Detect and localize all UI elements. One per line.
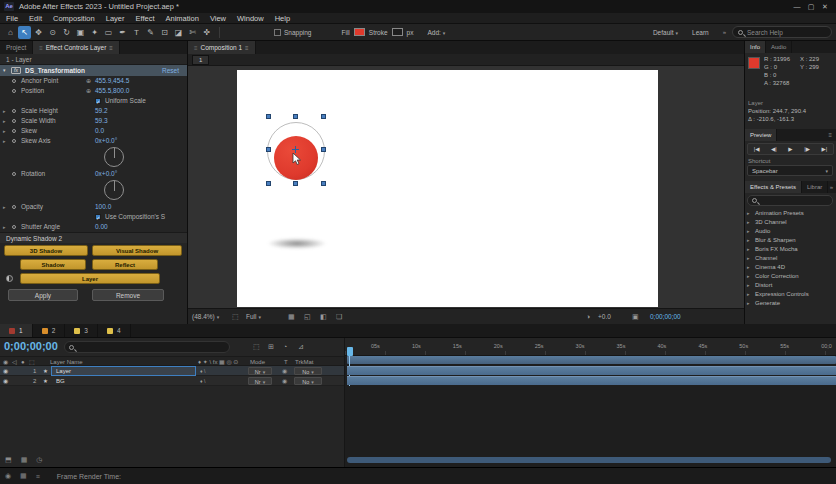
clone-stamp-tool-icon[interactable]: ⊡ (158, 26, 171, 39)
status-icon-grid[interactable]: ▦ (20, 472, 27, 480)
expand-icon[interactable] (3, 222, 6, 232)
tab-libraries[interactable]: Librar (802, 181, 828, 193)
puppet-pin-tool-icon[interactable]: ✜ (200, 26, 213, 39)
property-value[interactable]: 455.5,800.0 (95, 86, 129, 96)
menu-item[interactable]: Window (237, 14, 264, 23)
shape-tool-icon[interactable]: ▭ (102, 26, 115, 39)
chevron-right-icon[interactable] (747, 263, 750, 272)
layer-switches[interactable]: ♦ \ (200, 376, 205, 386)
first-frame-button[interactable]: |◀ (754, 146, 760, 152)
menu-item[interactable]: View (210, 14, 226, 23)
snapping-checkbox[interactable] (274, 29, 281, 36)
property-value[interactable]: 0.0 (95, 126, 104, 136)
help-search-box[interactable]: Search Help (732, 26, 832, 38)
layer-duration-bar[interactable] (347, 366, 836, 375)
crosshair-icon[interactable] (86, 86, 91, 96)
selection-handle-top-center[interactable] (293, 114, 298, 119)
mask-visibility-icon[interactable]: ❏ (336, 309, 342, 325)
layer-toggle-icon[interactable] (6, 275, 13, 282)
tab-audio[interactable]: Audio (766, 41, 792, 53)
effects-search-box[interactable] (747, 195, 833, 206)
playhead-handle[interactable] (347, 347, 353, 356)
snapshot-camera-icon[interactable]: ▣ (632, 309, 639, 325)
stopwatch-icon[interactable] (12, 109, 16, 113)
grid-icon[interactable]: ▦ (288, 309, 295, 325)
menu-item[interactable]: Effect (135, 14, 154, 23)
layer-switches[interactable]: ♦ \ (200, 366, 205, 376)
viewer-timecode[interactable]: 0;00;00;00 (650, 309, 681, 325)
status-icon-preview[interactable]: ◉ (5, 472, 11, 480)
effects-category-item[interactable]: Channel (745, 254, 836, 263)
time-toggle-icon[interactable]: ◷ (36, 456, 42, 464)
shy-layers-icon[interactable]: ⬚ (253, 343, 260, 351)
timeline-search-box[interactable] (64, 341, 230, 353)
selection-tool-icon[interactable]: ↖ (18, 26, 31, 39)
search-help-input[interactable]: Search Help (747, 29, 783, 36)
viewer-mini-tab[interactable]: 1 (192, 55, 209, 65)
last-frame-button[interactable]: ▶| (821, 146, 827, 152)
menu-item[interactable]: Help (275, 14, 290, 23)
effects-category-item[interactable]: Audio (745, 227, 836, 236)
exposure-icon[interactable]: ◑ (586, 309, 590, 325)
effect-header-row[interactable]: DS_Transformation Reset (0, 65, 187, 76)
close-button[interactable]: ✕ (818, 3, 832, 11)
selection-handle-bottom-right[interactable] (321, 181, 326, 186)
stopwatch-icon[interactable] (12, 89, 16, 93)
layer-row-selected[interactable]: ◉ 1 ★ Layer ♦ \ Nr ◉ No (0, 366, 344, 376)
layer-duration-bar[interactable] (347, 376, 836, 385)
zoom-tool-icon[interactable]: ⊙ (46, 26, 59, 39)
eraser-tool-icon[interactable]: ◪ (172, 26, 185, 39)
prev-frame-button[interactable]: ◀| (771, 146, 777, 152)
layer-name[interactable]: BG (52, 377, 195, 385)
selection-handle-mid-left[interactable] (266, 147, 271, 152)
chevron-right-icon[interactable] (747, 218, 750, 227)
selection-handle-bottom-left[interactable] (266, 181, 271, 186)
stopwatch-icon[interactable] (12, 79, 16, 83)
motion-blur-icon[interactable]: ◔ (283, 343, 287, 350)
pan-behind-tool-icon[interactable]: ✦ (88, 26, 101, 39)
effect-reset-button[interactable]: Reset (162, 65, 179, 76)
timeline-track-area[interactable]: 05s10s15s20s25s30s35s40s45s50s55s00;0 (345, 338, 836, 467)
chevron-right-icon[interactable] (747, 299, 750, 308)
next-frame-button[interactable]: |▶ (804, 146, 810, 152)
workspace-learn[interactable]: Learn (692, 29, 709, 36)
shortcut-selector[interactable]: Spacebar (747, 165, 833, 176)
selection-handle-top-left[interactable] (266, 114, 271, 119)
effects-category-item[interactable]: 3D Channel (745, 218, 836, 227)
reflect-button[interactable]: Reflect (92, 259, 158, 270)
chevron-right-icon[interactable] (747, 272, 750, 281)
timeline-tab[interactable]: 4 (98, 324, 131, 337)
blend-mode-selector[interactable]: Nr (248, 367, 272, 375)
shadow-button[interactable]: Shadow (20, 259, 86, 270)
roi-icon[interactable]: ◱ (304, 309, 311, 325)
track-matte-selector[interactable]: No (294, 377, 322, 385)
effects-category-item[interactable]: Expression Controls (745, 290, 836, 299)
current-time-display[interactable]: 0;00;00;00 (4, 340, 58, 352)
expand-icon[interactable] (3, 136, 6, 146)
tab-overflow-icon[interactable]: » (830, 184, 833, 190)
layer-button[interactable]: Layer (20, 273, 160, 284)
composition-canvas[interactable] (237, 70, 658, 307)
menu-item[interactable]: File (6, 14, 18, 23)
panel-menu-icon[interactable] (245, 44, 249, 51)
effects-category-item[interactable]: Blur & Sharpen (745, 236, 836, 245)
chevron-right-icon[interactable] (747, 209, 750, 218)
brush-tool-icon[interactable]: ✎ (144, 26, 157, 39)
add-label[interactable]: Add: (427, 29, 445, 36)
play-button[interactable]: ▶ (788, 146, 792, 152)
stroke-color-swatch[interactable] (392, 28, 403, 36)
expand-icon[interactable] (3, 126, 6, 136)
composition-viewer[interactable] (188, 66, 744, 308)
tab-effect-controls[interactable]: Effect Controls Layer (33, 41, 120, 54)
menu-item[interactable]: Layer (106, 14, 125, 23)
effects-category-item[interactable]: Generate (745, 299, 836, 308)
effects-category-item[interactable]: Distort (745, 281, 836, 290)
transform-toggle-icon[interactable]: ▦ (21, 456, 28, 464)
menu-item[interactable]: Animation (166, 14, 199, 23)
track-matte-selector[interactable]: No (294, 367, 322, 375)
timeline-tab[interactable]: 1 (0, 324, 33, 337)
maximize-button[interactable]: ▢ (804, 3, 818, 11)
preserve-transparency-icon[interactable]: ◉ (282, 366, 287, 376)
stopwatch-icon[interactable] (12, 205, 16, 209)
effect-expand-icon[interactable] (3, 65, 6, 76)
